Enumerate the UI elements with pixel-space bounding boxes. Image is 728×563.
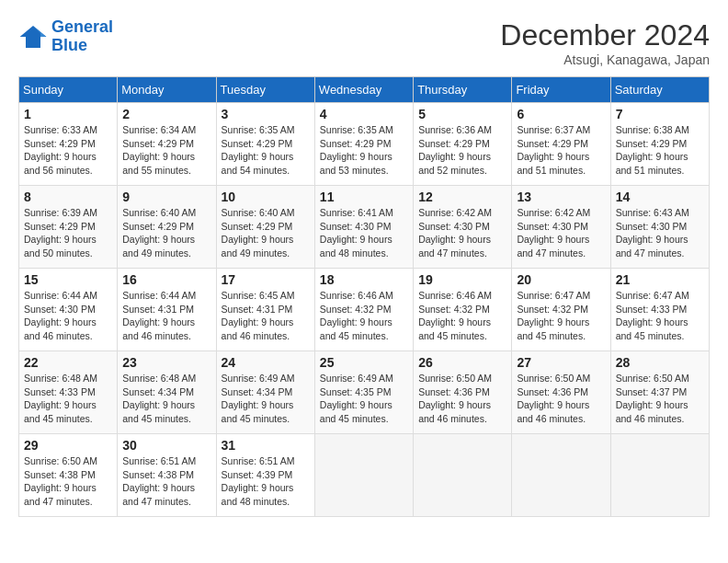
column-header-thursday: Thursday: [414, 77, 512, 103]
calendar-cell: [610, 434, 709, 517]
calendar-cell: 29 Sunrise: 6:50 AM Sunset: 4:38 PM Dayl…: [19, 434, 118, 517]
sunset-label: Sunset: 4:29 PM: [122, 138, 194, 149]
column-header-saturday: Saturday: [610, 77, 709, 103]
sunrise-label: Sunrise: 6:41 AM: [320, 207, 393, 218]
calendar-cell: 19 Sunrise: 6:46 AM Sunset: 4:32 PM Dayl…: [414, 269, 512, 351]
calendar-cell: 27 Sunrise: 6:50 AM Sunset: 4:36 PM Dayl…: [512, 351, 610, 434]
sunset-label: Sunset: 4:29 PM: [517, 138, 588, 149]
day-number: 19: [418, 272, 506, 287]
sunrise-label: Sunrise: 6:51 AM: [222, 455, 295, 466]
day-info: Sunrise: 6:46 AM Sunset: 4:32 PM Dayligh…: [320, 289, 408, 343]
calendar-week-row: 29 Sunrise: 6:50 AM Sunset: 4:38 PM Dayl…: [19, 434, 710, 517]
day-info: Sunrise: 6:47 AM Sunset: 4:33 PM Dayligh…: [616, 289, 704, 343]
daylight-label: Daylight: 9 hours and 45 minutes.: [517, 316, 589, 341]
daylight-label: Daylight: 9 hours and 45 minutes.: [24, 399, 97, 424]
daylight-label: Daylight: 9 hours and 54 minutes.: [222, 151, 294, 176]
day-number: 17: [222, 272, 310, 287]
calendar-cell: 31 Sunrise: 6:51 AM Sunset: 4:39 PM Dayl…: [216, 434, 314, 517]
sunrise-label: Sunrise: 6:49 AM: [222, 373, 295, 384]
calendar-cell: 4 Sunrise: 6:35 AM Sunset: 4:29 PM Dayli…: [314, 103, 413, 186]
sunset-label: Sunset: 4:29 PM: [122, 221, 194, 232]
daylight-label: Daylight: 9 hours and 47 minutes.: [418, 234, 491, 259]
logo-text: General Blue: [51, 18, 113, 55]
day-number: 22: [24, 355, 112, 370]
calendar-cell: 1 Sunrise: 6:33 AM Sunset: 4:29 PM Dayli…: [19, 103, 118, 186]
day-info: Sunrise: 6:43 AM Sunset: 4:30 PM Dayligh…: [616, 206, 704, 260]
daylight-label: Daylight: 9 hours and 50 minutes.: [24, 234, 97, 259]
sunset-label: Sunset: 4:30 PM: [24, 304, 96, 315]
sunrise-label: Sunrise: 6:45 AM: [222, 290, 295, 301]
day-number: 14: [616, 190, 704, 204]
sunset-label: Sunset: 4:30 PM: [517, 221, 588, 232]
day-info: Sunrise: 6:42 AM Sunset: 4:30 PM Dayligh…: [517, 206, 605, 260]
daylight-label: Daylight: 9 hours and 46 minutes.: [616, 399, 688, 424]
day-number: 1: [24, 107, 112, 121]
day-info: Sunrise: 6:45 AM Sunset: 4:31 PM Dayligh…: [222, 289, 310, 343]
calendar-cell: 21 Sunrise: 6:47 AM Sunset: 4:33 PM Dayl…: [610, 269, 709, 351]
calendar-cell: 10 Sunrise: 6:40 AM Sunset: 4:29 PM Dayl…: [216, 186, 314, 269]
day-info: Sunrise: 6:49 AM Sunset: 4:34 PM Dayligh…: [222, 372, 310, 426]
column-header-wednesday: Wednesday: [314, 77, 413, 103]
location: Atsugi, Kanagawa, Japan: [500, 52, 710, 67]
calendar-cell: 2 Sunrise: 6:34 AM Sunset: 4:29 PM Dayli…: [118, 103, 216, 186]
calendar-week-row: 1 Sunrise: 6:33 AM Sunset: 4:29 PM Dayli…: [19, 103, 710, 186]
logo: General Blue: [18, 18, 113, 55]
sunrise-label: Sunrise: 6:50 AM: [517, 373, 590, 384]
daylight-label: Daylight: 9 hours and 45 minutes.: [320, 399, 392, 424]
sunrise-label: Sunrise: 6:51 AM: [122, 455, 196, 466]
sunset-label: Sunset: 4:37 PM: [616, 386, 688, 397]
calendar-cell: 5 Sunrise: 6:36 AM Sunset: 4:29 PM Dayli…: [414, 103, 512, 186]
day-info: Sunrise: 6:35 AM Sunset: 4:29 PM Dayligh…: [320, 123, 408, 178]
sunrise-label: Sunrise: 6:38 AM: [616, 124, 689, 135]
day-number: 12: [418, 190, 506, 204]
calendar-cell: 9 Sunrise: 6:40 AM Sunset: 4:29 PM Dayli…: [118, 186, 216, 269]
daylight-label: Daylight: 9 hours and 47 minutes.: [616, 234, 688, 259]
day-number: 25: [320, 355, 408, 370]
calendar-cell: 12 Sunrise: 6:42 AM Sunset: 4:30 PM Dayl…: [414, 186, 512, 269]
day-number: 13: [517, 190, 605, 204]
day-info: Sunrise: 6:33 AM Sunset: 4:29 PM Dayligh…: [24, 123, 112, 178]
day-info: Sunrise: 6:50 AM Sunset: 4:36 PM Dayligh…: [517, 372, 605, 426]
daylight-label: Daylight: 9 hours and 47 minutes.: [122, 482, 195, 507]
day-number: 3: [222, 107, 310, 121]
day-info: Sunrise: 6:39 AM Sunset: 4:29 PM Dayligh…: [24, 206, 112, 260]
sunset-label: Sunset: 4:35 PM: [320, 386, 392, 397]
daylight-label: Daylight: 9 hours and 46 minutes.: [122, 316, 195, 341]
calendar-cell: 11 Sunrise: 6:41 AM Sunset: 4:30 PM Dayl…: [314, 186, 413, 269]
sunset-label: Sunset: 4:36 PM: [517, 386, 588, 397]
day-number: 29: [24, 438, 112, 453]
sunset-label: Sunset: 4:39 PM: [222, 469, 293, 480]
sunset-label: Sunset: 4:34 PM: [122, 386, 194, 397]
calendar-cell: 16 Sunrise: 6:44 AM Sunset: 4:31 PM Dayl…: [118, 269, 216, 351]
calendar-cell: 18 Sunrise: 6:46 AM Sunset: 4:32 PM Dayl…: [314, 269, 413, 351]
day-info: Sunrise: 6:34 AM Sunset: 4:29 PM Dayligh…: [122, 123, 210, 178]
daylight-label: Daylight: 9 hours and 46 minutes.: [517, 399, 589, 424]
calendar-cell: 20 Sunrise: 6:47 AM Sunset: 4:32 PM Dayl…: [512, 269, 610, 351]
calendar-week-row: 22 Sunrise: 6:48 AM Sunset: 4:33 PM Dayl…: [19, 351, 710, 434]
sunset-label: Sunset: 4:29 PM: [24, 138, 96, 149]
day-number: 15: [24, 272, 112, 287]
daylight-label: Daylight: 9 hours and 48 minutes.: [320, 234, 392, 259]
sunset-label: Sunset: 4:31 PM: [222, 304, 293, 315]
calendar-header-row: SundayMondayTuesdayWednesdayThursdayFrid…: [19, 77, 710, 103]
column-header-monday: Monday: [118, 77, 216, 103]
day-info: Sunrise: 6:40 AM Sunset: 4:29 PM Dayligh…: [222, 206, 310, 260]
calendar-cell: 13 Sunrise: 6:42 AM Sunset: 4:30 PM Dayl…: [512, 186, 610, 269]
day-number: 6: [517, 107, 605, 121]
calendar-cell: 25 Sunrise: 6:49 AM Sunset: 4:35 PM Dayl…: [314, 351, 413, 434]
day-number: 23: [122, 355, 210, 370]
sunset-label: Sunset: 4:30 PM: [616, 221, 688, 232]
daylight-label: Daylight: 9 hours and 47 minutes.: [24, 482, 97, 507]
daylight-label: Daylight: 9 hours and 45 minutes.: [320, 316, 392, 341]
day-info: Sunrise: 6:50 AM Sunset: 4:38 PM Dayligh…: [24, 454, 112, 509]
sunset-label: Sunset: 4:29 PM: [24, 221, 96, 232]
calendar-cell: 28 Sunrise: 6:50 AM Sunset: 4:37 PM Dayl…: [610, 351, 709, 434]
sunset-label: Sunset: 4:34 PM: [222, 386, 293, 397]
calendar-cell: 6 Sunrise: 6:37 AM Sunset: 4:29 PM Dayli…: [512, 103, 610, 186]
sunrise-label: Sunrise: 6:44 AM: [122, 290, 196, 301]
daylight-label: Daylight: 9 hours and 51 minutes.: [517, 151, 589, 176]
sunrise-label: Sunrise: 6:42 AM: [418, 207, 492, 218]
day-info: Sunrise: 6:36 AM Sunset: 4:29 PM Dayligh…: [418, 123, 506, 178]
daylight-label: Daylight: 9 hours and 56 minutes.: [24, 151, 97, 176]
day-info: Sunrise: 6:40 AM Sunset: 4:29 PM Dayligh…: [122, 206, 210, 260]
